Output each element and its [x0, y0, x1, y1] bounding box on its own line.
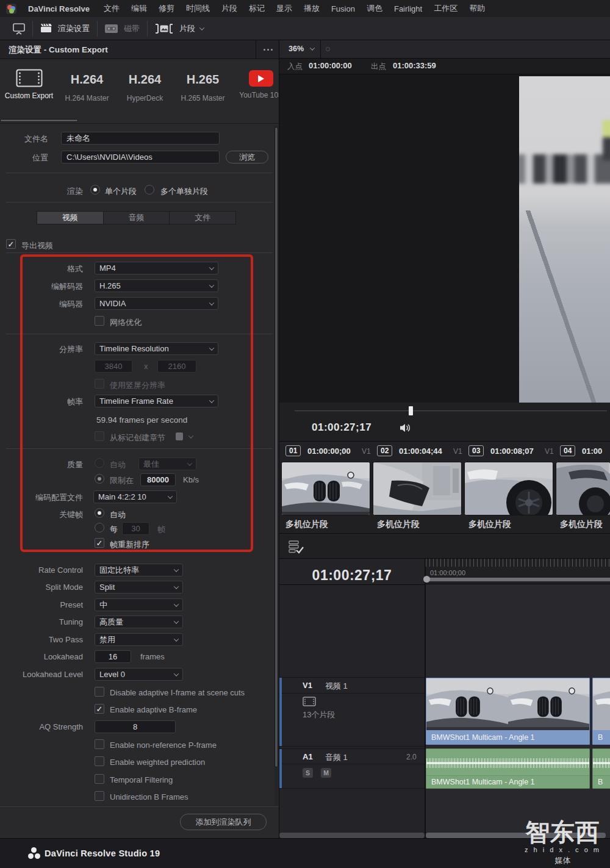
aq-strength-input[interactable]: 8: [95, 720, 176, 733]
settings-scrollbar[interactable]: [274, 126, 278, 806]
mute-button[interactable]: M: [321, 768, 331, 778]
menu-mark[interactable]: 标记: [249, 3, 265, 14]
resolution-dropdown[interactable]: Timeline Resolution: [95, 342, 218, 355]
disable-iframe-checkbox[interactable]: [95, 687, 104, 697]
chevron-down-icon[interactable]: [188, 433, 193, 438]
solo-button[interactable]: S: [303, 768, 313, 778]
clips-icon[interactable]: [155, 24, 173, 34]
rate-control-dropdown[interactable]: 固定比特率: [95, 564, 183, 576]
encoder-dropdown[interactable]: NVIDIA: [95, 297, 218, 310]
network-opt-checkbox[interactable]: [95, 316, 104, 326]
multicam-segment[interactable]: 02 01:00:04;44 V1: [372, 442, 464, 462]
unidirection-bframes-checkbox[interactable]: [95, 791, 104, 801]
export-video-checkbox[interactable]: ✓: [6, 239, 16, 249]
multicam-segment[interactable]: 03 01:00:08;07 V1: [464, 442, 555, 462]
browse-button[interactable]: 浏览: [226, 151, 268, 163]
playhead-handle[interactable]: [409, 406, 413, 415]
preset-scrollbar[interactable]: [0, 118, 279, 123]
lookahead-level-dropdown[interactable]: Level 0: [95, 668, 183, 681]
menu-timeline[interactable]: 时间线: [186, 3, 210, 14]
menu-edit[interactable]: 编辑: [131, 3, 147, 14]
audio-clip[interactable]: BMWShot1 Multicam - Angle 1: [426, 748, 590, 789]
adaptive-bframe-checkbox[interactable]: ✓: [95, 704, 104, 714]
multicam-thumbnail[interactable]: [373, 462, 462, 515]
width-input[interactable]: 3840: [95, 360, 132, 373]
location-input[interactable]: C:\Users\NVIDIA\Videos: [61, 151, 220, 163]
tape-icon[interactable]: [105, 24, 118, 33]
height-input[interactable]: 2160: [157, 360, 196, 373]
two-pass-dropdown[interactable]: 禁用: [95, 633, 183, 646]
video-viewer[interactable]: [279, 74, 610, 403]
tab-audio[interactable]: 音频: [104, 212, 170, 224]
menu-trim[interactable]: 修剪: [159, 3, 174, 14]
keyframe-auto-radio[interactable]: [95, 508, 104, 518]
scrub-bar[interactable]: [295, 411, 607, 411]
individual-clips-radio[interactable]: [145, 185, 154, 195]
preset-hyperdeck[interactable]: H.264 HyperDeck: [116, 59, 174, 117]
nonref-pframe-checkbox[interactable]: [95, 739, 104, 749]
menu-fairlight[interactable]: Fairlight: [394, 4, 422, 13]
add-to-queue-button[interactable]: 添加到渲染队列: [180, 814, 267, 830]
weighted-prediction-checkbox[interactable]: [95, 756, 104, 766]
preset-h264-master[interactable]: H.264 H.264 Master: [58, 59, 116, 117]
split-mode-dropdown[interactable]: Split: [95, 581, 183, 594]
track-header-v1[interactable]: V1 视频 1 13个片段: [279, 677, 425, 747]
menu-file[interactable]: 文件: [104, 3, 120, 14]
zoom-level[interactable]: 36%: [289, 45, 304, 53]
keyframe-frames-input[interactable]: 30: [122, 522, 149, 535]
quality-auto-radio[interactable]: [95, 458, 104, 468]
render-queue-icon[interactable]: [289, 540, 304, 554]
frame-reorder-checkbox[interactable]: ✓: [95, 538, 104, 548]
filename-input[interactable]: 未命名: [61, 132, 220, 145]
temporal-filtering-checkbox[interactable]: [95, 774, 104, 784]
quality-best-dropdown[interactable]: 最佳: [138, 457, 196, 470]
speaker-icon[interactable]: [400, 423, 411, 432]
quality-restrict-radio[interactable]: [95, 474, 104, 484]
timeline-zoom-bar[interactable]: [426, 578, 610, 581]
tab-video[interactable]: 视频: [37, 212, 104, 224]
timeline-scrollbar-left[interactable]: [279, 833, 425, 838]
chapters-checkbox[interactable]: [95, 431, 104, 441]
vertical-res-checkbox[interactable]: [95, 379, 104, 389]
single-clip-radio[interactable]: [90, 185, 100, 195]
format-dropdown[interactable]: MP4: [95, 262, 218, 274]
tuning-dropdown[interactable]: 高质量: [95, 615, 183, 628]
options-menu-icon[interactable]: [264, 49, 273, 51]
monitor-icon[interactable]: [13, 22, 25, 35]
davinci-logo-icon[interactable]: [6, 4, 16, 14]
chevron-down-icon[interactable]: [310, 45, 315, 50]
zoom-bar-knob[interactable]: [423, 576, 430, 583]
menu-help[interactable]: 帮助: [469, 3, 485, 14]
preset-h265-master[interactable]: H.265 H.265 Master: [174, 59, 232, 117]
multicam-segment[interactable]: 04 01:00: [555, 442, 610, 462]
menu-color[interactable]: 调色: [367, 3, 382, 14]
menu-fusion[interactable]: Fusion: [331, 4, 355, 13]
render-settings-icon[interactable]: [40, 24, 52, 33]
multicam-thumbnail[interactable]: [556, 462, 610, 515]
preset-custom-export[interactable]: Custom Export: [0, 59, 58, 117]
audio-clip[interactable]: B: [592, 748, 610, 789]
menu-playback[interactable]: 播放: [304, 3, 320, 14]
menu-clip[interactable]: 片段: [221, 3, 237, 14]
clips-button[interactable]: 片段: [179, 23, 195, 34]
bitrate-input[interactable]: 80000: [140, 473, 176, 486]
video-clip[interactable]: BMWShot1 Multicam - Angle 1: [426, 678, 590, 745]
track-header-a1[interactable]: A1 音频 1 2.0 S M: [279, 748, 425, 789]
framerate-dropdown[interactable]: Timeline Frame Rate: [95, 395, 218, 407]
timeline-ruler[interactable]: 01:00:00;00: [426, 559, 610, 584]
tape-button[interactable]: 磁带: [124, 23, 140, 34]
keyframe-every-radio[interactable]: [95, 523, 104, 533]
preset-dropdown[interactable]: 中: [95, 598, 183, 611]
menu-view[interactable]: 显示: [276, 3, 292, 14]
menu-workspace[interactable]: 工作区: [434, 3, 458, 14]
lookahead-input[interactable]: 16: [95, 650, 131, 663]
multicam-thumbnail[interactable]: [464, 462, 553, 515]
marker-icon[interactable]: [176, 432, 183, 440]
render-settings-button[interactable]: 渲染设置: [58, 23, 90, 34]
multicam-segment[interactable]: 01 01:00:00;00 V1: [281, 442, 372, 462]
tab-file[interactable]: 文件: [170, 212, 235, 224]
multicam-thumbnail[interactable]: [281, 462, 370, 515]
codec-dropdown[interactable]: H.265: [95, 279, 218, 292]
profile-dropdown[interactable]: Main 4:2:2 10: [93, 490, 177, 503]
video-clip[interactable]: B: [592, 678, 610, 745]
